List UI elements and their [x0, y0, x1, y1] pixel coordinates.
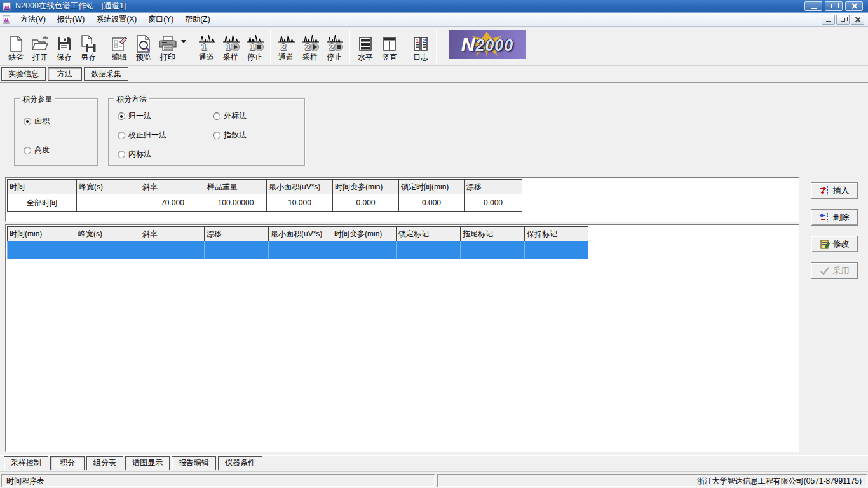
- table-cell[interactable]: [76, 241, 140, 259]
- open-button[interactable]: 打开: [28, 28, 52, 64]
- radio-height[interactable]: 高度: [24, 145, 50, 156]
- table-cell[interactable]: [397, 241, 461, 259]
- column-header: 斜率: [140, 227, 205, 241]
- column-header: 漂移: [205, 227, 269, 241]
- channel2-sample-button[interactable]: 2 采样: [298, 28, 322, 64]
- radio-area[interactable]: 面积: [24, 116, 50, 126]
- preview-button[interactable]: 预览: [132, 28, 156, 64]
- radio-external-standard[interactable]: 外标法: [213, 111, 247, 121]
- delete-row-icon: [820, 212, 830, 222]
- menu-report[interactable]: 报告(W): [51, 12, 90, 27]
- tab-integration[interactable]: 积分: [50, 456, 85, 470]
- tile-horizontal-button[interactable]: 水平: [353, 28, 377, 64]
- svg-text:1: 1: [416, 37, 419, 44]
- radio-button-icon: [24, 147, 31, 154]
- tab-data-acquisition[interactable]: 数据采集: [84, 67, 128, 81]
- tab-sampling-control[interactable]: 采样控制: [4, 456, 48, 470]
- file-toolbar-group: 缺省 打开 保存 另存: [4, 28, 100, 64]
- global-params-panel: 时间 峰宽(s) 斜率 样品重量 最小面积(uV*s) 时间变参(min) 锁定…: [5, 177, 799, 222]
- radio-exponential[interactable]: 指数法: [213, 130, 247, 140]
- channel1-sample-button[interactable]: 1 采样: [219, 28, 243, 64]
- new-document-icon: [7, 35, 25, 53]
- window-layout-toolbar-group: 水平 竖直: [353, 28, 402, 64]
- groupbox-title: 积分参量: [20, 94, 55, 105]
- save-as-icon: [79, 35, 97, 53]
- chevron-down-icon: [181, 40, 186, 43]
- channel1-stop-button[interactable]: 1 停止: [243, 28, 267, 64]
- menu-bar: 方法(V) 报告(W) 系统设置(X) 窗口(Y) 帮助(Z): [0, 13, 868, 27]
- edit-button[interactable]: 编辑: [107, 28, 132, 64]
- radio-normalization[interactable]: 归一法: [118, 111, 151, 121]
- menu-method[interactable]: 方法(V): [15, 12, 51, 27]
- log-toolbar-group: 1 2 日志: [409, 28, 433, 64]
- table-cell[interactable]: [332, 241, 397, 259]
- channel1-button[interactable]: 1 通道: [194, 28, 219, 64]
- table-cell-time-param[interactable]: 0.000: [333, 194, 399, 212]
- channel2-button[interactable]: 2 通道: [274, 28, 298, 64]
- toolbar: 缺省 打开 保存 另存: [0, 27, 868, 66]
- channel2-stop-button[interactable]: 2 停止: [322, 28, 346, 64]
- mdi-minimize-button[interactable]: [822, 15, 835, 25]
- column-header: 保持标记: [525, 227, 588, 241]
- radio-internal-standard[interactable]: 内标法: [118, 149, 151, 159]
- minimize-icon: [826, 21, 831, 22]
- minimize-button[interactable]: [804, 1, 822, 11]
- apply-button[interactable]: 采用: [811, 262, 858, 279]
- panel-splitter[interactable]: [803, 177, 803, 284]
- chromatogram-icon: 2: [277, 34, 295, 53]
- menu-help[interactable]: 帮助(Z): [179, 12, 215, 27]
- column-header: 最小面积(uV*s): [267, 180, 333, 194]
- toolbar-separator: [104, 30, 104, 63]
- table-cell[interactable]: [461, 241, 525, 259]
- window-title: N2000在线色谱工作站 - [通道1]: [15, 1, 126, 11]
- save-button[interactable]: 保存: [52, 28, 76, 64]
- table-cell[interactable]: [140, 241, 205, 259]
- table-cell-peak-width-selected[interactable]: 5: [77, 194, 140, 212]
- modify-icon: [820, 239, 830, 249]
- stop-icon: [255, 43, 264, 51]
- app-icon: [3, 2, 11, 11]
- table-cell-slope[interactable]: 70.000: [140, 194, 205, 212]
- print-dropdown-arrow[interactable]: [180, 28, 187, 64]
- tab-experiment-info[interactable]: 实验信息: [1, 67, 46, 81]
- chromatogram-icon: 1: [198, 34, 215, 53]
- table-cell-min-area[interactable]: 10.000: [267, 194, 333, 212]
- tab-component-table[interactable]: 组分表: [86, 456, 123, 470]
- column-header: 峰宽(s): [77, 180, 140, 194]
- restore-button[interactable]: [825, 1, 843, 11]
- menu-window[interactable]: 窗口(Y): [142, 12, 179, 27]
- table-header-row: 时间(min) 峰宽(s) 斜率 漂移 最小面积(uV*s) 时间变参(min)…: [8, 227, 588, 241]
- global-params-table: 时间 峰宽(s) 斜率 样品重量 最小面积(uV*s) 时间变参(min) 锁定…: [7, 179, 522, 212]
- table-cell-sample-weight[interactable]: 100.00000: [205, 194, 267, 212]
- log-button[interactable]: 1 2 日志: [409, 28, 433, 64]
- insert-button[interactable]: 插入: [811, 182, 858, 199]
- modify-button[interactable]: 修改: [811, 236, 858, 252]
- bottom-tab-strip: 采样控制 积分 组分表 谱图显示 报告编辑 仪器条件: [0, 455, 868, 471]
- radio-corrected-normalization[interactable]: 校正归一法: [118, 130, 166, 140]
- tab-method[interactable]: 方法: [48, 67, 82, 81]
- menu-system-settings[interactable]: 系统设置(X): [90, 12, 142, 27]
- table-cell[interactable]: [8, 241, 76, 259]
- delete-button[interactable]: 删除: [811, 209, 858, 226]
- mdi-restore-button[interactable]: [836, 15, 850, 25]
- tab-report-edit[interactable]: 报告编辑: [172, 456, 216, 470]
- log-book-icon: 1 2: [412, 35, 430, 53]
- default-method-button[interactable]: 缺省: [4, 28, 28, 64]
- chromatogram-stop-icon: 1: [246, 34, 264, 53]
- selected-empty-row: [8, 241, 588, 259]
- save-as-button[interactable]: 另存: [76, 28, 100, 64]
- tab-instrument-conditions[interactable]: 仪器条件: [218, 456, 262, 470]
- close-button[interactable]: [845, 1, 863, 11]
- table-cell[interactable]: [269, 241, 332, 259]
- tile-vertical-button[interactable]: 竖直: [377, 28, 402, 64]
- table-cell-drift[interactable]: 0.000: [465, 194, 522, 212]
- mdi-child-icon: [3, 15, 11, 24]
- print-button[interactable]: 打印: [156, 28, 180, 64]
- table-cell-time[interactable]: 全部时间: [8, 194, 77, 212]
- table-cell[interactable]: [525, 241, 588, 259]
- table-cell[interactable]: [205, 241, 269, 259]
- method-page: 积分参量 面积 高度 积分方法 归一法 校正归一法 内标法: [0, 83, 868, 455]
- tab-spectrum-display[interactable]: 谱图显示: [125, 456, 170, 470]
- mdi-close-button[interactable]: [851, 15, 864, 25]
- table-cell-lock-time[interactable]: 0.000: [399, 194, 465, 212]
